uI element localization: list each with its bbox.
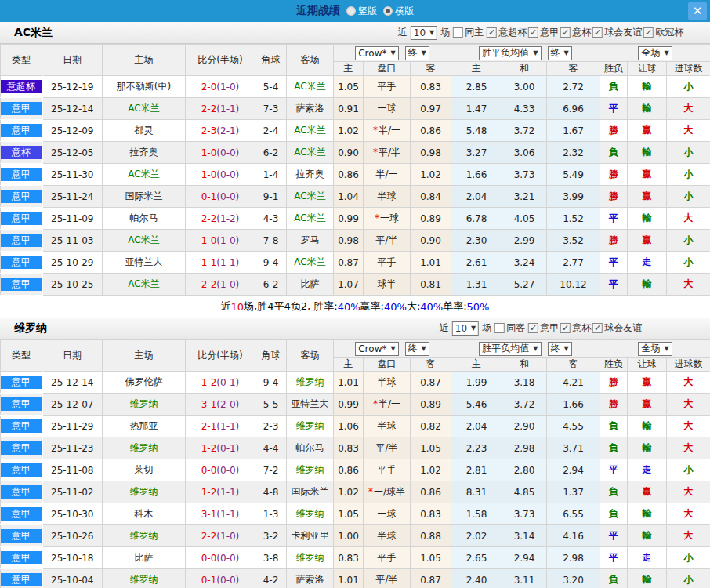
table-header: 类型 日期 主场 比分(半场) 角球 客场 Crow*▼ 终▼ 胜平负均 [1,340,710,372]
mean-final-select[interactable]: 终▼ [548,46,572,60]
result-goals-cell: 大 [667,481,710,503]
match-row: 意甲25-11-03AC米兰1-0(1-0)7-8罗马0.98平/半0.902.… [1,230,710,252]
result-goals-cell: 大 [667,208,710,230]
score-cell: 2-3(2-1) [186,120,255,142]
radio-horizontal-layout[interactable]: 横版 [383,5,414,18]
competition-badge: 意甲 [1,463,42,477]
competition-badge: 意甲 [1,573,42,586]
score-cell: 0-1(0-0) [186,186,255,208]
competition-badge: 意甲 [1,376,42,389]
checkbox-icon[interactable]: ✓ [528,27,538,38]
close-button[interactable]: ✕ [688,2,707,20]
odds-group-header: Crow*▼ 终▼ [334,45,451,62]
checkbox-icon[interactable]: ✓ [643,27,654,38]
handicap-cell: 平/半 [364,569,411,588]
score-cell: 1-2(0-1) [186,372,255,394]
select-value: 终 [408,46,418,60]
odds-home-cell: 0.99 [334,394,364,416]
summary-segment: 近 [221,299,231,314]
competition-badge: 意甲 [1,190,42,203]
chevron-down-icon: ▼ [422,49,426,56]
odds-away-cell: 0.83 [411,503,451,525]
league-filter[interactable]: ✓意杯 [560,26,591,39]
date-cell: 25-10-26 [42,525,103,547]
league-filter[interactable]: ✓意甲 [528,321,559,335]
same-venue-filter[interactable]: 同客 [494,321,525,335]
fulltime-select[interactable]: 全场▼ [638,46,672,60]
score-cell: 2-1(1-1) [186,416,255,437]
date-cell: 25-11-03 [42,230,103,252]
mean-home-cell: 2.23 [451,437,502,459]
checkbox-icon[interactable] [453,27,463,38]
radio-icon[interactable] [346,6,356,16]
league-filter[interactable]: ✓意杯 [560,321,591,335]
mean-select[interactable]: 胜平负均值▼ [479,46,541,60]
match-count-select[interactable]: 10▼ [452,321,479,336]
odds-provider-select[interactable]: Crow*▼ [355,46,398,60]
league-filter[interactable]: ✓欧冠杯 [643,26,683,39]
type-cell: 意甲 [1,208,42,230]
league-filter-label: 欧冠杯 [655,26,683,39]
mean-home-cell: 2.40 [451,569,502,588]
mean-final-select[interactable]: 终▼ [548,342,572,356]
league-filter[interactable]: ✓球会友谊 [592,26,642,39]
result-goals-cell: 小 [667,547,710,569]
corner-cell: 2-4 [255,120,287,142]
odds-home-cell: 0.83 [334,437,364,459]
checkbox-icon[interactable]: ✓ [487,27,497,38]
checkbox-icon[interactable]: ✓ [592,27,603,38]
games-label: 场 [482,321,491,335]
result-goals-cell: 小 [667,230,710,252]
mean-away-cell: 3.52 [547,230,600,252]
odds-away-cell: 1.02 [411,164,451,186]
league-filter-label: 意甲 [540,26,559,39]
score-cell: 0-0(0-0) [186,459,255,481]
corner-cell: 7-2 [255,459,287,481]
handicap-cell: 平手 [364,252,411,274]
date-cell: 25-12-19 [42,76,103,98]
home-team-cell: 科木 [103,503,186,525]
odds-away-cell: 1.05 [411,547,451,569]
result-goals-cell: 小 [667,459,710,481]
match-count-select[interactable]: 10▼ [411,26,437,40]
result-handicap-cell: 贏 [628,481,667,503]
league-filter[interactable]: ✓球会友谊 [592,321,642,335]
result-handicap-cell: 輸 [628,208,667,230]
league-filter[interactable]: ✓意超杯 [487,26,527,39]
match-row: 意超杯25-12-19那不勒斯(中)2-0(1-0)5-4AC米兰1.05平手0… [1,76,710,98]
away-team-cell: AC米兰 [287,252,334,274]
result-handicap-cell: 走 [628,547,667,569]
corner-cell: 4-3 [255,208,287,230]
radio-vertical-layout[interactable]: 竖版 [346,5,377,18]
checkbox-icon[interactable]: ✓ [528,323,538,333]
odds-home-cell: 0.90 [334,142,364,164]
odds-home-cell: 0.87 [334,252,364,274]
same-venue-filter[interactable]: 同主 [453,26,484,39]
odds-home-cell: 1.01 [334,372,364,394]
odds-final-select[interactable]: 终▼ [405,46,429,60]
result-wdl-cell: 勝 [600,230,628,252]
odds-away-cell: 0.81 [411,274,451,296]
away-team-cell: 拉齐奥 [287,164,334,186]
away-team-cell: 亚特兰大 [287,394,334,416]
competition-badge: 意甲 [1,485,42,499]
result-handicap-cell: 走 [628,252,667,274]
radio-icon[interactable] [383,6,393,16]
away-team-cell: 比萨 [287,274,334,296]
home-team-cell: 比萨 [103,547,186,569]
checkbox-icon[interactable] [494,323,505,333]
fulltime-select[interactable]: 全场▼ [638,342,672,356]
checkbox-icon[interactable]: ✓ [560,323,571,333]
checkbox-icon[interactable]: ✓ [560,27,571,38]
away-team-cell: 维罗纳 [287,547,334,569]
checkbox-icon[interactable]: ✓ [592,323,603,333]
corner-cell: 3-2 [255,525,287,547]
odds-final-select[interactable]: 终▼ [405,342,429,356]
mean-home-cell: 2.04 [451,186,502,208]
mean-draw-cell: 4.05 [502,208,547,230]
mean-select[interactable]: 胜平负均值▼ [479,342,541,356]
result-wdl-cell: 負 [600,569,628,588]
mean-away-cell: 4.16 [547,525,600,547]
league-filter[interactable]: ✓意甲 [528,26,559,39]
odds-provider-select[interactable]: Crow*▼ [355,342,398,356]
